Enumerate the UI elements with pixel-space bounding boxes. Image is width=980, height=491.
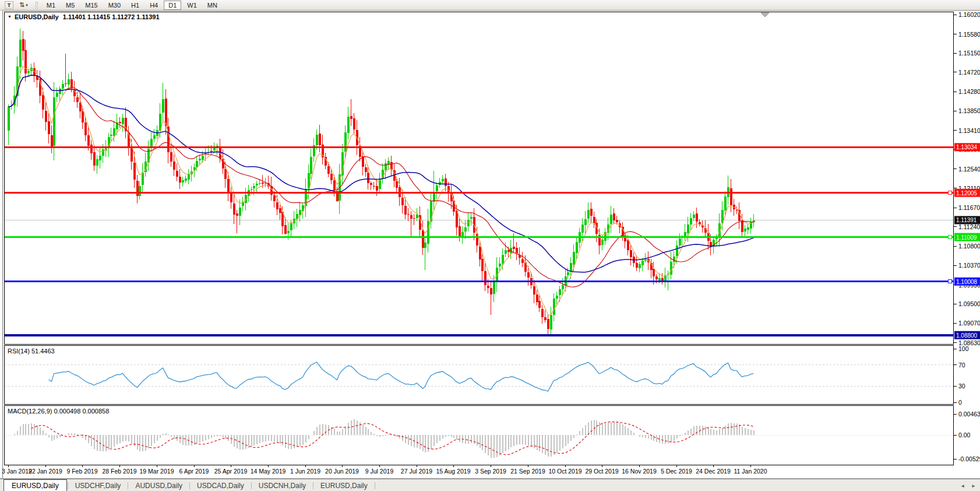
timeframe-button-h1[interactable]: H1 <box>126 1 144 10</box>
tab-separator <box>128 482 128 489</box>
svg-text:1.13850: 1.13850 <box>958 107 980 114</box>
svg-text:1.15580: 1.15580 <box>958 31 980 38</box>
svg-text:29 Oct 2019: 29 Oct 2019 <box>585 468 618 475</box>
timeframe-button-m5[interactable]: M5 <box>61 1 79 10</box>
svg-text:1.11240: 1.11240 <box>958 223 980 230</box>
chevron-down-icon: ▾ <box>26 3 28 8</box>
timeframe-button-m1[interactable]: M1 <box>42 1 60 10</box>
svg-text:3 Sep 2019: 3 Sep 2019 <box>475 468 506 475</box>
svg-text:6 Apr 2019: 6 Apr 2019 <box>179 468 209 475</box>
svg-text:100: 100 <box>958 345 969 352</box>
mt4-window: T ⇅ ▾ M1M5M15M30H1H4D1W1MN 1.160201.1558… <box>0 0 980 491</box>
timeframe-button-d1[interactable]: D1 <box>164 1 181 10</box>
tab-audusd-daily[interactable]: AUDUSD,Daily <box>129 481 189 491</box>
chart-tabbar: EURUSD,DailyUSDCHF,DailyAUDUSD,DailyUSDC… <box>0 479 980 491</box>
toolbar-grip <box>36 2 38 9</box>
tab-separator <box>375 482 375 489</box>
tab-scroll-right-icon[interactable]: ► <box>971 484 976 489</box>
tab-separator <box>313 482 313 489</box>
svg-text:0.00: 0.00 <box>958 432 971 439</box>
chart-title: ▼EURUSD,Daily1.11401 1.11415 1.11272 1.1… <box>8 13 160 20</box>
text-tool-icon: T <box>5 1 13 9</box>
svg-text:25 Apr 2019: 25 Apr 2019 <box>214 468 248 475</box>
tab-separator <box>251 482 252 489</box>
svg-text:15 Aug 2019: 15 Aug 2019 <box>436 468 471 475</box>
svg-text:5 Dec 2019: 5 Dec 2019 <box>661 468 692 475</box>
chart-symbol-label: EURUSD,Daily <box>15 13 59 20</box>
svg-text:10 Oct 2019: 10 Oct 2019 <box>548 468 581 475</box>
svg-text:28 Feb 2019: 28 Feb 2019 <box>103 468 137 475</box>
price-chart-svg[interactable]: 1.160201.155801.151501.147201.142801.138… <box>0 0 980 491</box>
svg-text:9 Feb 2019: 9 Feb 2019 <box>66 468 97 475</box>
svg-text:24 Dec 2019: 24 Dec 2019 <box>696 468 731 475</box>
timeframe-button-m30[interactable]: M30 <box>104 1 125 10</box>
svg-text:1.13034: 1.13034 <box>956 144 978 150</box>
svg-text:1.10800: 1.10800 <box>958 243 980 250</box>
updown-arrows-icon: ⇅ <box>19 2 24 8</box>
svg-text:-0.00529: -0.00529 <box>958 455 980 462</box>
timeframe-group: M1M5M15M30H1H4D1W1MN <box>42 1 222 10</box>
chart-tabs: EURUSD,DailyUSDCHF,DailyAUDUSD,DailyUSDC… <box>3 479 376 491</box>
svg-text:1.08800: 1.08800 <box>956 332 978 339</box>
svg-text:0.00463: 0.00463 <box>958 411 980 418</box>
text-tool-button[interactable]: T <box>2 0 16 10</box>
tab-separator <box>189 482 190 489</box>
svg-text:30: 30 <box>958 383 965 390</box>
chart-ohlc-values: 1.11401 1.11415 1.11272 1.11391 <box>63 13 160 20</box>
tab-usdcad-daily[interactable]: USDCAD,Daily <box>191 481 251 491</box>
svg-text:1 Jun 2019: 1 Jun 2019 <box>290 468 320 475</box>
svg-text:1.12540: 1.12540 <box>958 166 980 173</box>
macd-indicator-label: MACD(12,26,9) 0.000498 0.000858 <box>8 408 109 415</box>
svg-text:1.09500: 1.09500 <box>958 300 980 307</box>
svg-text:27 Jul 2019: 27 Jul 2019 <box>401 468 432 475</box>
svg-text:11 Jan 2020: 11 Jan 2020 <box>734 468 767 475</box>
svg-text:21 Sep 2019: 21 Sep 2019 <box>510 468 545 475</box>
tab-scroll-arrows: ◄ ► <box>960 484 976 489</box>
tab-scroll-left-icon[interactable]: ◄ <box>960 484 965 489</box>
svg-text:1.11009: 1.11009 <box>956 234 977 241</box>
tab-usdchf-daily[interactable]: USDCHF,Daily <box>69 481 128 491</box>
svg-text:1.10008: 1.10008 <box>956 279 978 285</box>
toolbar: T ⇅ ▾ M1M5M15M30H1H4D1W1MN <box>0 0 980 10</box>
timeframe-button-m15[interactable]: M15 <box>80 1 102 10</box>
chart-canvas[interactable]: 1.160201.155801.151501.147201.142801.138… <box>0 0 980 491</box>
svg-text:1.14280: 1.14280 <box>958 88 980 95</box>
svg-text:1.15150: 1.15150 <box>958 50 980 57</box>
window-menu-triangle-icon: ▼ <box>8 15 12 19</box>
svg-text:3 Jan 2019: 3 Jan 2019 <box>2 468 32 475</box>
tab-separator <box>68 482 68 489</box>
svg-text:1.11670: 1.11670 <box>958 204 980 211</box>
svg-text:1.16020: 1.16020 <box>958 11 980 18</box>
pane-frames <box>0 12 980 479</box>
svg-text:1.10370: 1.10370 <box>958 262 980 269</box>
svg-text:9 Jul 2019: 9 Jul 2019 <box>365 468 394 475</box>
svg-text:1.12005: 1.12005 <box>956 190 978 197</box>
svg-text:1.09070: 1.09070 <box>958 320 980 327</box>
svg-text:20 Jun 2019: 20 Jun 2019 <box>325 468 359 475</box>
svg-text:70: 70 <box>958 362 965 369</box>
timeframe-button-mn[interactable]: MN <box>203 1 222 10</box>
date-axis: 3 Jan 201922 Jan 20199 Feb 201928 Feb 20… <box>2 465 767 475</box>
cursor-tool-button[interactable]: ⇅ ▾ <box>17 0 30 10</box>
tab-eurusd-daily[interactable]: EURUSD,Daily <box>314 481 374 491</box>
rsi-indicator-label: RSI(14) 51.4463 <box>8 348 55 355</box>
timeframe-button-h4[interactable]: H4 <box>145 1 163 10</box>
svg-text:0: 0 <box>958 399 962 406</box>
svg-text:1.13410: 1.13410 <box>958 127 980 134</box>
tab-usdcnh-daily[interactable]: USDCNH,Daily <box>252 481 312 491</box>
price-axis: 1.160201.155801.151501.147201.142801.138… <box>954 11 980 462</box>
tab-eurusd-daily[interactable]: EURUSD,Daily <box>3 479 67 491</box>
svg-text:1.14720: 1.14720 <box>958 69 980 76</box>
svg-text:22 Jan 2019: 22 Jan 2019 <box>29 468 62 475</box>
timeframe-button-w1[interactable]: W1 <box>182 1 202 10</box>
svg-text:16 Nov 2019: 16 Nov 2019 <box>622 468 657 475</box>
svg-text:14 May 2019: 14 May 2019 <box>251 468 286 475</box>
svg-text:1.11391: 1.11391 <box>956 217 977 223</box>
svg-text:19 Mar 2019: 19 Mar 2019 <box>140 468 174 475</box>
